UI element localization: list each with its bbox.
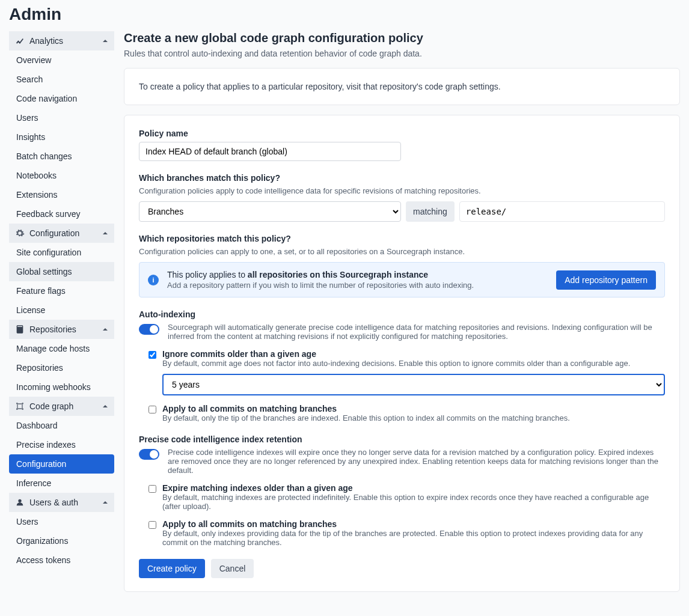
cancel-button[interactable]: Cancel — [211, 559, 254, 578]
form-title: Create a new global code graph configura… — [124, 31, 680, 45]
form-actions: Create policy Cancel — [139, 559, 665, 578]
nav-item-feature-flags[interactable]: Feature flags — [9, 281, 114, 300]
nav-item-overview[interactable]: Overview — [9, 50, 114, 70]
nav-section-users-auth[interactable]: Users & auth — [9, 493, 114, 512]
nav-section-code-graph[interactable]: Code graph — [9, 397, 114, 416]
alert-prefix: This policy applies to — [167, 270, 248, 279]
autoindex-toggle[interactable] — [139, 324, 159, 335]
info-card: To create a policy that applies to a par… — [124, 68, 680, 105]
autoindex-all-commits-help: By default, only the tip of the branches… — [162, 413, 665, 422]
page-title: Admin — [0, 0, 689, 31]
nav-item-repositories[interactable]: Repositories — [9, 358, 114, 377]
branches-section: Which branches match this policy? Config… — [139, 173, 665, 222]
nav-item-insights[interactable]: Insights — [9, 127, 114, 147]
nav-section-configuration[interactable]: Configuration — [9, 224, 114, 243]
nav-item-extensions[interactable]: Extensions — [9, 185, 114, 204]
policy-name-section: Policy name — [139, 129, 665, 161]
matching-label: matching — [406, 201, 455, 222]
nav-item-notebooks[interactable]: Notebooks — [9, 166, 114, 185]
branch-type-select[interactable]: Branches — [139, 201, 401, 222]
ignore-age-select[interactable]: 5 years — [162, 374, 665, 395]
nav-item-license[interactable]: License — [9, 300, 114, 320]
nav-item-incoming-webhooks[interactable]: Incoming webhooks — [9, 377, 114, 397]
main-content: Create a new global code graph configura… — [124, 31, 680, 602]
alert-bold: all repositories — [248, 270, 308, 279]
nav-item-inference[interactable]: Inference — [9, 474, 114, 493]
autoindex-help: Sourcegraph will automatically generate … — [168, 323, 665, 341]
retention-label: Precise code intelligence index retentio… — [139, 435, 665, 444]
nav-item-code-navigation[interactable]: Code navigation — [9, 89, 114, 108]
autoindex-all-commits-checkbox[interactable] — [149, 406, 156, 413]
repos-alert: i This policy applies to all repositorie… — [139, 262, 665, 297]
branches-help: Configuration policies apply to code int… — [139, 186, 665, 195]
branches-label: Which branches match this policy? — [139, 173, 665, 183]
info-icon: i — [148, 275, 159, 285]
nav-section-analytics[interactable]: Analytics — [9, 31, 114, 50]
policy-name-label: Policy name — [139, 129, 665, 138]
ignore-age-label: Ignore commits older than a given age — [162, 349, 665, 359]
nav-item-users[interactable]: Users — [9, 512, 114, 531]
ignore-age-help: By default, commit age does not factor i… — [162, 359, 665, 368]
nav-item-feedback-survey[interactable]: Feedback survey — [9, 204, 114, 224]
branch-pattern-input[interactable] — [459, 201, 665, 222]
retention-toggle[interactable] — [139, 449, 159, 460]
retention-all-commits-checkbox[interactable] — [149, 521, 156, 529]
retention-all-commits-help: By default, only indexes providing data … — [162, 529, 665, 547]
nav-item-configuration[interactable]: Configuration — [9, 454, 114, 474]
expire-age-checkbox[interactable] — [149, 485, 156, 493]
nav-item-organizations[interactable]: Organizations — [9, 531, 114, 550]
nav-item-search[interactable]: Search — [9, 70, 114, 89]
autoindex-all-commits-label: Apply to all commits on matching branche… — [162, 404, 665, 413]
form-subtitle: Rules that control auto-indexing and dat… — [124, 49, 680, 58]
alert-sub: Add a repository pattern if you wish to … — [167, 281, 548, 290]
repos-help: Configuration policies can apply to one,… — [139, 247, 665, 256]
create-policy-button[interactable]: Create policy — [139, 559, 205, 578]
autoindex-label: Auto-indexing — [139, 310, 665, 319]
add-repo-pattern-button[interactable]: Add repository pattern — [556, 270, 656, 290]
retention-all-commits-label: Apply to all commits on matching branche… — [162, 519, 665, 529]
nav-item-precise-indexes[interactable]: Precise indexes — [9, 435, 114, 454]
repos-section: Which repositories match this policy? Co… — [139, 234, 665, 297]
policy-name-input[interactable] — [139, 142, 401, 161]
info-text: To create a policy that applies to a par… — [139, 82, 501, 91]
expire-age-label: Expire matching indexes older than a giv… — [162, 483, 665, 493]
nav-item-global-settings[interactable]: Global settings — [9, 262, 114, 281]
ignore-age-checkbox[interactable] — [149, 351, 156, 359]
nav-item-access-tokens[interactable]: Access tokens — [9, 550, 114, 570]
nav-item-manage-code-hosts[interactable]: Manage code hosts — [9, 339, 114, 358]
nav-item-batch-changes[interactable]: Batch changes — [9, 147, 114, 166]
admin-sidebar: AnalyticsOverviewSearchCode navigationUs… — [9, 31, 114, 602]
form-card: Policy name Which branches match this po… — [124, 115, 680, 592]
expire-age-help: By default, matching indexes are protect… — [162, 493, 665, 511]
retention-section: Precise code intelligence index retentio… — [139, 435, 665, 547]
retention-help: Precise code intelligence indexes will e… — [168, 448, 665, 475]
nav-item-users[interactable]: Users — [9, 108, 114, 127]
nav-section-repositories[interactable]: Repositories — [9, 320, 114, 339]
autoindex-section: Auto-indexing Sourcegraph will automatic… — [139, 310, 665, 422]
repos-label: Which repositories match this policy? — [139, 234, 665, 243]
nav-item-dashboard[interactable]: Dashboard — [9, 416, 114, 435]
nav-item-site-configuration[interactable]: Site configuration — [9, 243, 114, 262]
alert-suffix: on this Sourcegraph instance — [307, 270, 428, 279]
